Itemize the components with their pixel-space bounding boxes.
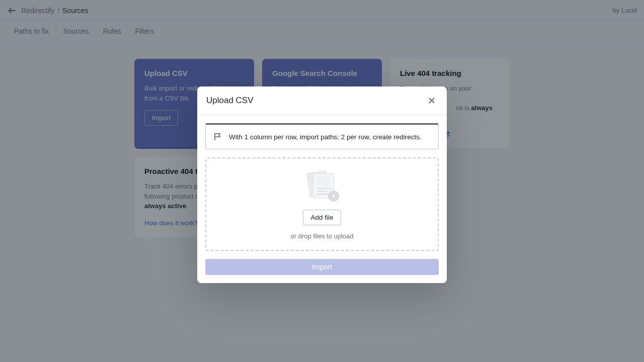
modal-overlay[interactable]: Upload CSV With 1 column per row, import…: [0, 0, 644, 362]
modal-title: Upload CSV: [206, 96, 254, 106]
close-button[interactable]: [426, 95, 438, 107]
info-text: With 1 column per row, import paths; 2 p…: [229, 133, 422, 141]
upload-illustration: [304, 170, 340, 203]
add-file-button[interactable]: Add file: [303, 210, 341, 225]
info-banner: With 1 column per row, import paths; 2 p…: [205, 123, 439, 149]
drop-hint-text: or drop files to upload: [290, 232, 353, 240]
modal-body: With 1 column per row, import paths; 2 p…: [197, 115, 447, 283]
modal-header: Upload CSV: [197, 86, 447, 115]
import-submit-button[interactable]: Import: [205, 259, 439, 275]
upload-arrow-icon: [328, 191, 339, 202]
upload-csv-modal: Upload CSV With 1 column per row, import…: [197, 86, 447, 283]
file-dropzone[interactable]: Add file or drop files to upload: [205, 157, 439, 251]
close-icon: [427, 96, 436, 105]
flag-icon: [213, 132, 223, 142]
